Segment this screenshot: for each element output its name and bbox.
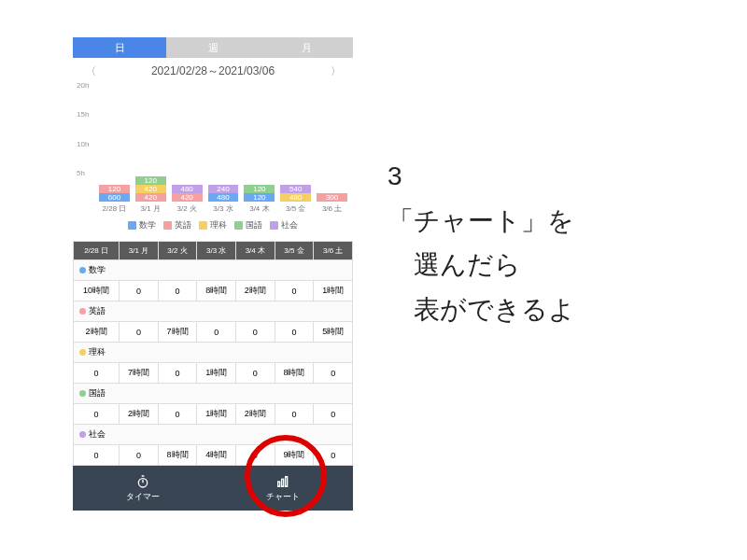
table-row: 07時間01時間08時間0 — [74, 363, 353, 384]
table-cell: 0 — [314, 445, 353, 466]
study-table: 2/28 日3/1 月3/2 火3/3 水3/4 木3/5 金3/6 土 数学1… — [73, 241, 353, 466]
subject-row: 理科 — [74, 343, 353, 363]
subject-dot — [79, 390, 86, 397]
chart-icon — [275, 474, 290, 489]
bar-column: 480240 — [208, 185, 239, 202]
table-cell: 8時間 — [158, 445, 197, 466]
x-label: 3/6 土 — [317, 203, 347, 214]
table-cell: 5時間 — [314, 322, 353, 343]
legend-label: 理科 — [210, 219, 227, 231]
table-cell: 10時間 — [74, 281, 120, 301]
bar-segment: 240 — [208, 185, 239, 193]
table-header: 3/1 月 — [120, 242, 159, 260]
chart-legend: 数学 英語 理科 国語 社会 — [73, 214, 353, 241]
bar-column: 420480 — [172, 185, 203, 202]
chart-label: チャート — [266, 491, 300, 503]
table-cell: 8時間 — [275, 363, 314, 384]
legend-swatch — [234, 221, 243, 230]
next-icon[interactable]: 〉 — [329, 64, 342, 78]
bar-segment: 480 — [280, 193, 311, 202]
subject-row: 国語 — [74, 384, 353, 404]
prev-icon[interactable]: 〈 — [84, 64, 97, 78]
table-cell: 8時間 — [197, 281, 236, 301]
bottom-nav: タイマー チャート — [73, 466, 353, 511]
svg-rect-3 — [286, 476, 288, 486]
table-header: 3/4 木 — [236, 242, 275, 260]
legend-label: 国語 — [246, 219, 262, 231]
bar-segment: 420 — [172, 193, 203, 202]
table-cell: 2時間 — [74, 322, 120, 343]
tab-week[interactable]: 週 — [166, 37, 260, 58]
bar-segment: 300 — [317, 193, 347, 202]
subject-dot — [79, 308, 86, 315]
table-cell: 9時間 — [275, 445, 314, 466]
bar-column: 600120 — [99, 185, 130, 202]
bar-segment: 120 — [244, 193, 275, 202]
legend-label: 数学 — [139, 219, 156, 231]
legend-swatch — [270, 221, 278, 230]
table-cell: 0 — [120, 445, 159, 466]
table-cell: 0 — [197, 322, 236, 343]
table-header: 3/2 火 — [158, 242, 197, 260]
svg-rect-1 — [278, 482, 280, 486]
table-cell: 0 — [236, 322, 275, 343]
svg-rect-2 — [282, 479, 284, 486]
table-cell: 2時間 — [236, 404, 275, 425]
table-cell: 0 — [314, 363, 353, 384]
x-axis: 2/28 日3/1 月3/2 火3/3 水3/4 木3/5 金3/6 土 — [73, 202, 353, 214]
x-label: 3/5 金 — [280, 203, 311, 214]
bar-segment: 420 — [135, 185, 166, 193]
table-cell: 0 — [158, 404, 197, 425]
table-cell: 0 — [158, 363, 197, 384]
subject-row: 数学 — [74, 260, 353, 281]
instruction-text: 3 「チャート」を 選んだら 表ができるよ — [388, 154, 575, 331]
bar-segment: 540 — [280, 185, 311, 193]
bar-segment: 480 — [208, 193, 239, 202]
x-label: 3/1 月 — [135, 203, 166, 214]
table-cell: 4時間 — [197, 445, 236, 466]
tab-day[interactable]: 日 — [73, 37, 166, 58]
table-cell: 2時間 — [236, 281, 275, 301]
date-range-label: 2021/02/28～2021/03/06 — [151, 63, 275, 79]
period-tabs: 日 週 月 — [73, 37, 353, 58]
bar-segment: 600 — [99, 193, 130, 202]
table-cell: 7時間 — [158, 322, 197, 343]
bar-segment: 480 — [172, 185, 203, 193]
legend-swatch — [199, 221, 207, 230]
table-header: 3/5 金 — [275, 242, 314, 260]
tab-month[interactable]: 月 — [260, 37, 353, 58]
x-label: 3/3 水 — [208, 203, 239, 214]
table-cell: 0 — [236, 363, 275, 384]
timer-button[interactable]: タイマー — [73, 466, 213, 511]
table-cell: 0 — [236, 445, 275, 466]
bar-segment: 420 — [135, 193, 166, 202]
date-navigator: 〈 2021/02/28～2021/03/06 〉 — [73, 58, 353, 85]
ytick: 20h — [77, 81, 89, 90]
table-cell: 0 — [120, 322, 159, 343]
table-cell: 0 — [275, 281, 314, 301]
phone-frame: 日 週 月 〈 2021/02/28～2021/03/06 〉 20h 15h … — [73, 37, 353, 511]
subject-dot — [79, 431, 86, 438]
table-row: 10時間008時間2時間01時間 — [74, 281, 353, 301]
table-header: 3/6 土 — [314, 242, 353, 260]
ytick: 15h — [77, 110, 89, 119]
bar-segment: 120 — [99, 185, 130, 193]
subject-row: 社会 — [74, 425, 353, 445]
table-cell: 0 — [275, 404, 314, 425]
timer-label: タイマー — [126, 491, 160, 503]
subject-dot — [79, 349, 86, 356]
subject-dot — [79, 267, 86, 273]
ytick: 10h — [77, 139, 89, 147]
legend-swatch — [163, 221, 172, 230]
table-header: 3/3 水 — [197, 242, 236, 260]
legend-label: 英語 — [175, 219, 191, 231]
subject-row: 英語 — [74, 301, 353, 322]
bar-segment: 120 — [135, 176, 166, 185]
bar-column: 420420120 — [135, 176, 166, 202]
chart-button[interactable]: チャート — [213, 466, 353, 511]
bar-column: 480540 — [280, 185, 311, 202]
table-cell: 0 — [275, 322, 314, 343]
table-cell: 2時間 — [120, 404, 159, 425]
x-label: 2/28 日 — [99, 203, 130, 214]
table-cell: 1時間 — [197, 404, 236, 425]
